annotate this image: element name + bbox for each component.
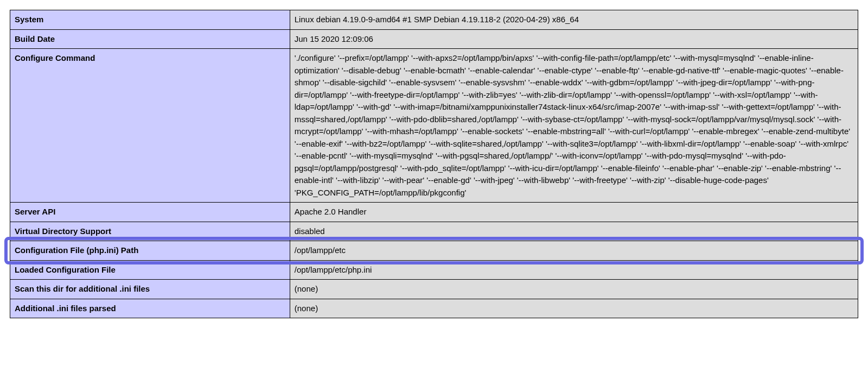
table-row: Build DateJun 15 2020 12:09:06 bbox=[10, 29, 858, 49]
config-key: Scan this dir for additional .ini files bbox=[10, 280, 290, 299]
table-row: Scan this dir for additional .ini files(… bbox=[10, 280, 858, 299]
config-key: Loaded Configuration File bbox=[10, 260, 290, 280]
table-row: Additional .ini files parsed(none) bbox=[10, 299, 858, 318]
table-row: Server APIApache 2.0 Handler bbox=[10, 203, 858, 222]
config-value: disabled bbox=[290, 222, 858, 241]
table-row: Configuration File (php.ini) Path/opt/la… bbox=[10, 241, 858, 261]
table-row: Virtual Directory Supportdisabled bbox=[10, 222, 858, 241]
config-value: /opt/lampp/etc bbox=[290, 241, 858, 261]
config-value: Linux debian 4.19.0-9-amd64 #1 SMP Debia… bbox=[290, 10, 858, 30]
config-value: './configure' '--prefix=/opt/lampp' '--w… bbox=[290, 49, 858, 203]
config-key: Virtual Directory Support bbox=[10, 222, 290, 241]
config-key: Server API bbox=[10, 203, 290, 222]
config-key: Build Date bbox=[10, 29, 290, 49]
config-key: System bbox=[10, 10, 290, 30]
table-row: SystemLinux debian 4.19.0-9-amd64 #1 SMP… bbox=[10, 10, 858, 30]
table-row: Configure Command'./configure' '--prefix… bbox=[10, 49, 858, 203]
config-value: (none) bbox=[290, 299, 858, 318]
config-key: Additional .ini files parsed bbox=[10, 299, 290, 318]
config-value: (none) bbox=[290, 280, 858, 299]
phpinfo-wrapper: SystemLinux debian 4.19.0-9-amd64 #1 SMP… bbox=[10, 10, 858, 318]
config-key: Configuration File (php.ini) Path bbox=[10, 241, 290, 261]
phpinfo-table: SystemLinux debian 4.19.0-9-amd64 #1 SMP… bbox=[10, 10, 858, 318]
config-value: Apache 2.0 Handler bbox=[290, 203, 858, 222]
config-key: Configure Command bbox=[10, 49, 290, 203]
table-row: Loaded Configuration File/opt/lampp/etc/… bbox=[10, 260, 858, 280]
config-value: /opt/lampp/etc/php.ini bbox=[290, 260, 858, 280]
config-value: Jun 15 2020 12:09:06 bbox=[290, 29, 858, 49]
